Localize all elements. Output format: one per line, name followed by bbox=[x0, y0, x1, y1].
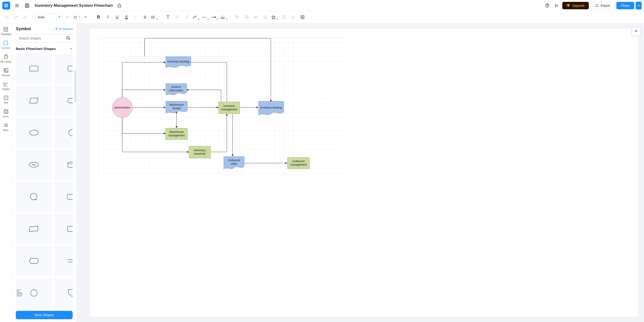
node-warehouse-receipt[interactable]: Warehouse receipt bbox=[166, 101, 188, 114]
ai-symbol-link[interactable]: AI Symbol bbox=[55, 27, 73, 31]
align-icon[interactable] bbox=[141, 13, 149, 21]
shape-direct-data[interactable] bbox=[54, 182, 73, 212]
templates-icon bbox=[3, 27, 8, 32]
node-outbound-management[interactable]: Outbound management bbox=[288, 157, 310, 169]
shape-rounded-rect[interactable] bbox=[54, 54, 73, 84]
font-family-select[interactable]: Arial bbox=[35, 14, 63, 21]
format-painter-icon[interactable] bbox=[21, 13, 29, 21]
border-style-icon[interactable] bbox=[220, 13, 228, 21]
shape-ellipse[interactable] bbox=[16, 118, 52, 148]
search-input[interactable] bbox=[16, 34, 73, 43]
undo-icon[interactable] bbox=[3, 13, 11, 21]
symbols-panel: Symbol AI Symbol Basic Flowchart Shapes bbox=[12, 23, 76, 322]
link-icon[interactable] bbox=[183, 13, 190, 21]
rail-more[interactable]: More bbox=[3, 122, 9, 132]
ai-fab-button[interactable] bbox=[632, 27, 641, 36]
chevron-up-icon bbox=[70, 47, 73, 51]
shape-parallel[interactable] bbox=[54, 246, 73, 276]
sparkle-icon bbox=[55, 28, 58, 31]
shape-yes-ellipse[interactable]: Yes bbox=[16, 150, 52, 180]
hamburger-menu-icon[interactable] bbox=[14, 2, 20, 9]
more-shapes-button[interactable]: More Shapes bbox=[16, 311, 73, 319]
svg-point-8 bbox=[547, 6, 548, 7]
node-product-information[interactable]: product information bbox=[166, 83, 187, 96]
node-administrator[interactable]: administrator bbox=[112, 97, 132, 118]
shape-delay[interactable] bbox=[54, 214, 73, 244]
rail-templates[interactable]: Templates bbox=[1, 27, 12, 36]
text-highlight-icon[interactable]: T bbox=[132, 13, 140, 21]
connector-icon[interactable] bbox=[192, 13, 200, 21]
node-outbound-order[interactable]: Outbound order bbox=[224, 156, 244, 169]
shape-terminator[interactable] bbox=[54, 86, 73, 116]
shape-tape[interactable] bbox=[16, 214, 52, 244]
page[interactable]: administrator Inventory backlog product … bbox=[90, 28, 638, 317]
find-icon[interactable] bbox=[298, 13, 306, 21]
export-button[interactable]: Export bbox=[591, 2, 614, 9]
node-warehouse-management[interactable]: Warehouse management bbox=[166, 128, 188, 140]
svg-point-54 bbox=[6, 126, 6, 127]
svg-rect-30 bbox=[264, 16, 266, 18]
shape-database[interactable] bbox=[54, 150, 73, 180]
panel-title: Symbol bbox=[16, 27, 31, 31]
share-label: Share bbox=[621, 4, 630, 8]
shape-parallelogram[interactable] bbox=[16, 86, 52, 116]
node-inventory-backlog-top[interactable]: Inventory backlog bbox=[166, 57, 191, 68]
rail-symbols[interactable]: Symbols bbox=[2, 40, 10, 49]
node-inventory-backlog-right[interactable]: Inventory backlog bbox=[258, 101, 284, 116]
rail-graphs[interactable]: Graphs bbox=[2, 81, 10, 90]
share-button[interactable]: Share bbox=[616, 2, 634, 9]
favorites-icon[interactable] bbox=[271, 13, 278, 21]
svg-marker-31 bbox=[272, 15, 275, 19]
font-size-increase-button[interactable]: + bbox=[82, 14, 89, 21]
line-spacing-icon[interactable] bbox=[150, 13, 158, 21]
shape-preparation[interactable] bbox=[16, 246, 52, 276]
share-caret-button[interactable] bbox=[636, 2, 642, 10]
send-back-icon[interactable] bbox=[243, 13, 251, 21]
text-tool-icon[interactable]: T bbox=[164, 13, 172, 21]
star-icon[interactable] bbox=[116, 2, 123, 9]
shape-rectangle[interactable] bbox=[16, 54, 52, 84]
arrow-style-icon[interactable] bbox=[210, 13, 218, 21]
font-size-select[interactable]: 12 bbox=[71, 14, 82, 21]
section-basic-flowchart[interactable]: Basic Flowchart Shapes bbox=[16, 47, 73, 51]
redo-icon[interactable] bbox=[12, 13, 20, 21]
font-color-icon[interactable]: A bbox=[122, 13, 130, 21]
upgrade-button[interactable]: Upgrade bbox=[562, 2, 589, 9]
upgrade-label: Upgrade bbox=[572, 4, 584, 8]
help-icon[interactable] bbox=[544, 2, 551, 9]
lock-icon[interactable] bbox=[289, 13, 297, 21]
node-inventory-threshold[interactable]: Inventory threshold bbox=[189, 146, 210, 158]
group-icon[interactable] bbox=[262, 13, 269, 21]
rail-pictures[interactable]: Pictures bbox=[2, 68, 10, 77]
rail-icons[interactable]: Icons bbox=[3, 109, 9, 118]
search-icon[interactable] bbox=[66, 36, 70, 41]
shape-sequential[interactable] bbox=[16, 182, 52, 212]
save-icon[interactable] bbox=[24, 2, 31, 9]
export-label: Export bbox=[600, 4, 610, 8]
rail-text[interactable]: T Text bbox=[3, 95, 9, 104]
shape-circle[interactable] bbox=[54, 118, 73, 148]
line-style-icon[interactable] bbox=[201, 13, 209, 21]
app-logo[interactable] bbox=[2, 2, 10, 10]
font-size-decrease-button[interactable]: − bbox=[64, 14, 71, 21]
fill-color-icon[interactable] bbox=[174, 13, 181, 21]
graphs-icon bbox=[3, 81, 8, 87]
svg-point-48 bbox=[6, 124, 6, 124]
shape-off-page[interactable] bbox=[54, 278, 73, 308]
align-objects-icon[interactable] bbox=[252, 13, 260, 21]
node-inventory-management[interactable]: Inventory management bbox=[218, 102, 240, 114]
bold-icon[interactable]: B bbox=[95, 13, 102, 21]
edit-icon[interactable] bbox=[280, 13, 288, 21]
svg-rect-4 bbox=[26, 4, 28, 5]
panel-scrollbar-thumb[interactable] bbox=[74, 70, 76, 102]
canvas-grid[interactable]: administrator Inventory backlog product … bbox=[98, 38, 344, 175]
svg-marker-94 bbox=[69, 289, 73, 296]
document-title[interactable]: Inventory Management System Flowchart bbox=[35, 3, 112, 8]
rail-library[interactable]: My Library bbox=[0, 54, 12, 63]
underline-icon[interactable]: U bbox=[113, 13, 121, 21]
svg-rect-27 bbox=[255, 16, 257, 17]
play-icon[interactable] bbox=[553, 2, 560, 9]
italic-icon[interactable]: I bbox=[104, 13, 112, 21]
canvas[interactable]: administrator Inventory backlog product … bbox=[76, 23, 644, 322]
bring-front-icon[interactable] bbox=[234, 13, 242, 21]
